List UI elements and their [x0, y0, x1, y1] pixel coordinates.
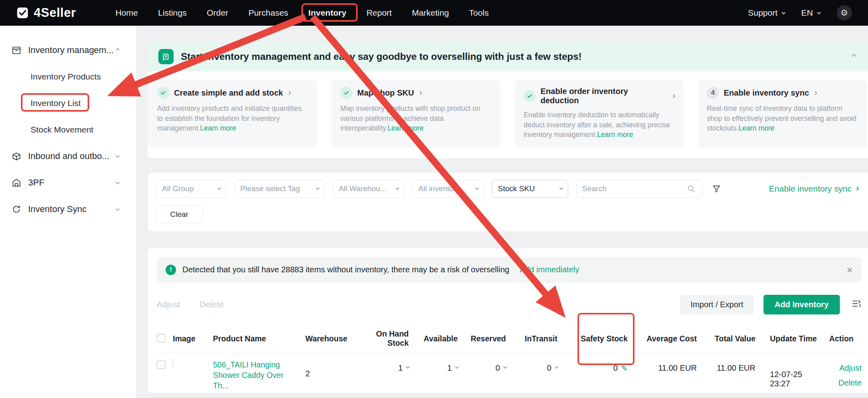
warehouse-filter-select[interactable]: All Warehou... — [333, 180, 404, 198]
bulk-adjust-button[interactable]: Adjust — [157, 300, 180, 309]
inventory-filter-select[interactable]: All inventory... — [412, 180, 484, 198]
settings-gear-button[interactable]: ⚙ — [837, 5, 852, 20]
col-header-product-name: Product Name — [213, 334, 305, 343]
nav-listings[interactable]: Listings — [150, 4, 194, 22]
nav-home[interactable]: Home — [107, 4, 146, 22]
group-filter-select[interactable]: All Group — [156, 180, 226, 198]
search-icon[interactable] — [685, 183, 697, 195]
cell-actions: Adjust Delete — [820, 359, 862, 398]
step-body: Add inventory products and initialize qu… — [157, 104, 308, 133]
main-nav: Home Listings Order Purchases Inventory … — [107, 4, 497, 22]
sync-icon — [11, 204, 22, 214]
sidebar-item-inventory-sync[interactable]: Inventory Sync — [0, 196, 136, 222]
filter-panel: All Group Please select Tag All Warehou.… — [148, 173, 868, 231]
step-header[interactable]: 4 Enable inventory sync — [707, 87, 858, 99]
collapse-banner-button[interactable] — [852, 53, 858, 60]
sku-type-select[interactable]: Stock SKU — [492, 180, 568, 198]
edit-pencil-icon[interactable]: ✎ — [621, 363, 628, 373]
language-menu[interactable]: EN — [801, 8, 820, 18]
enable-inventory-sync-link[interactable]: Enable inventory sync — [769, 184, 858, 194]
step-title: Create simple and add stock — [174, 88, 283, 98]
import-export-button[interactable]: Import / Export — [680, 295, 753, 314]
product-name-link[interactable]: 506_TAILI Hanging Shower Caddy Over Th..… — [213, 359, 297, 391]
select-all-checkbox[interactable] — [157, 334, 166, 343]
add-inventory-button[interactable]: Add Inventory — [764, 295, 840, 314]
col-header-image: Image — [173, 334, 213, 343]
close-icon[interactable]: × — [847, 265, 853, 275]
sidebar-item-inventory-management[interactable]: Inventory managem... — [0, 37, 136, 63]
sidebar-item-label: Stock Movement — [31, 125, 93, 135]
cell-total-value: 11.00 EUR — [697, 359, 755, 398]
support-label: Support — [748, 8, 778, 18]
stock-sku-text[interactable]: Stock SKU: PF-Spray-Rot-Packof1 — [213, 396, 297, 398]
col-header-intransit: InTransit — [506, 334, 557, 343]
warehouse-3pf-icon — [11, 178, 22, 188]
inventory-box-icon — [11, 45, 22, 55]
learn-more-link[interactable]: Learn more — [200, 124, 236, 132]
onboarding-steps: Create simple and add stock Add inventor… — [148, 71, 868, 158]
add-immediately-link[interactable]: Add immediately — [520, 265, 579, 274]
cell-reserved[interactable]: 0 — [458, 359, 506, 398]
nav-tools[interactable]: Tools — [461, 4, 497, 22]
bulk-delete-button[interactable]: Delete — [199, 300, 224, 309]
row-adjust-link[interactable]: Adjust — [839, 363, 862, 373]
available-value: 1 — [447, 363, 452, 373]
chevron-down-icon — [116, 180, 120, 184]
filter-funnel-icon[interactable] — [710, 183, 723, 195]
cell-average-cost: 11.00 EUR — [628, 359, 697, 398]
product-thumbnail[interactable] — [173, 359, 174, 367]
sidebar-item-label: 3PF — [28, 178, 44, 188]
inbound-outbound-icon — [11, 151, 22, 161]
check-circle-icon — [157, 87, 169, 99]
step-header[interactable]: Enable order inventory deduction — [524, 87, 675, 105]
col-header-update-time: Update Time — [755, 334, 820, 343]
row-checkbox[interactable] — [157, 360, 166, 369]
check-circle-icon — [524, 90, 536, 102]
step-body: Enable inventory deduction to automatica… — [524, 110, 675, 140]
sidebar-item-inbound-outbound[interactable]: Inbound and outbo... — [0, 143, 136, 169]
nav-report[interactable]: Report — [358, 4, 400, 22]
step-number-badge: 4 — [707, 87, 719, 99]
col-header-warehouse: Warehouse — [305, 334, 372, 343]
search-input[interactable] — [582, 184, 685, 193]
learn-more-link[interactable]: Learn more — [739, 124, 775, 132]
sidebar-item-label: Inventory Products — [31, 72, 101, 82]
nav-purchases[interactable]: Purchases — [240, 4, 296, 22]
tag-filter-select[interactable]: Please select Tag — [234, 180, 325, 198]
step-header[interactable]: Map shop SKU — [340, 87, 491, 99]
language-label: EN — [801, 8, 813, 18]
column-settings-icon[interactable] — [851, 298, 862, 310]
learn-more-link[interactable]: Learn more — [387, 124, 424, 132]
alert-message: Detected that you still have 28883 items… — [182, 265, 509, 274]
cell-intransit[interactable]: 0 — [506, 359, 557, 398]
nav-marketing[interactable]: Marketing — [404, 4, 457, 22]
row-delete-link[interactable]: Delete — [838, 378, 862, 388]
col-header-reserved: Reserved — [458, 334, 506, 343]
step-title: Enable inventory sync — [724, 88, 809, 98]
sidebar-item-stock-movement[interactable]: Stock Movement — [0, 116, 136, 143]
chevron-down-icon — [116, 154, 120, 158]
nav-order[interactable]: Order — [199, 4, 236, 22]
sku-type-value: Stock SKU — [498, 184, 535, 193]
clear-filters-button[interactable]: Clear — [156, 206, 203, 223]
support-menu[interactable]: Support — [748, 8, 784, 18]
sidebar-item-3pf[interactable]: 3PF — [0, 169, 136, 196]
sidebar-item-inventory-products[interactable]: Inventory Products — [0, 63, 136, 90]
sidebar-item-label: Inventory managem... — [28, 45, 114, 55]
chevron-down-icon — [217, 186, 221, 190]
learn-more-link[interactable]: Learn more — [597, 131, 633, 139]
step-header[interactable]: Create simple and add stock — [157, 87, 308, 99]
cell-on-hand-stock[interactable]: 1 — [372, 359, 409, 398]
chevron-up-icon — [852, 54, 857, 59]
nav-inventory[interactable]: Inventory — [300, 4, 354, 22]
sidebar-item-inventory-list[interactable]: Inventory List — [0, 90, 136, 116]
brand-logo[interactable]: 4Seller — [16, 6, 76, 20]
step-title: Map shop SKU — [357, 88, 414, 98]
chevron-right-icon — [813, 91, 817, 95]
inventory-alert-bar: ! Detected that you still have 28883 ite… — [157, 257, 862, 283]
cell-available[interactable]: 1 — [409, 359, 458, 398]
onboarding-banner: Start inventory management and easy say … — [148, 42, 868, 71]
chevron-right-icon — [287, 91, 291, 95]
sidebar-item-label: Inventory Sync — [28, 204, 87, 214]
step-card-map-sku: Map shop SKU Map inventory products with… — [332, 80, 500, 148]
